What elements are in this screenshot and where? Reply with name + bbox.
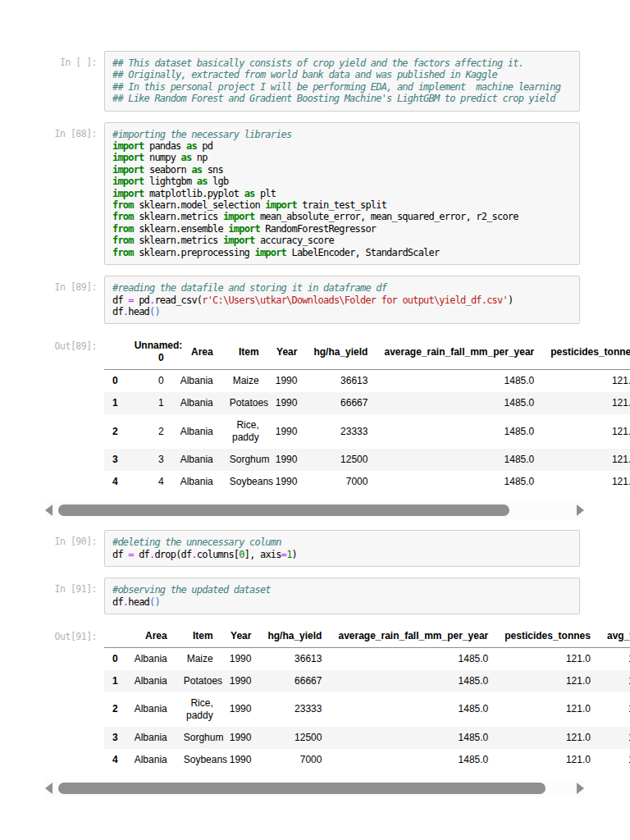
table-cell: Albania [172, 392, 221, 414]
code-token: as [244, 188, 255, 199]
code-token: import [112, 188, 144, 199]
code-token: import [254, 247, 286, 258]
code-token: as [191, 164, 202, 176]
scroll-thumb[interactable] [58, 504, 509, 516]
table-cell: 4 [126, 471, 172, 493]
code-input-area[interactable]: #observing the updated datasetdf.head() [104, 578, 580, 614]
scroll-right-arrow-icon[interactable] [577, 504, 584, 516]
dataframe-output: AreaItemYearhg/ha_yieldaverage_rain_fall… [104, 625, 630, 771]
code-token: () [149, 306, 160, 317]
code-cell: In [ ]:## This dataset basically consist… [45, 51, 630, 112]
code-token: as [197, 176, 208, 187]
dataframe-table: Unnamed: 0AreaItemYearhg/ha_yieldaverage… [104, 335, 630, 493]
code-token: numpy [144, 152, 181, 163]
code-token: ## Originally, extracted from world bank… [112, 69, 497, 80]
table-cell: 36613 [305, 370, 376, 393]
cell-prompt: In [91]: [45, 578, 104, 595]
column-header: hg/ha_yield [305, 335, 376, 370]
table-cell: 23333 [305, 414, 376, 449]
table-cell: 1990 [267, 370, 306, 393]
table-cell: Soybeans [221, 471, 267, 493]
table-cell: 2 [126, 414, 172, 449]
column-header: Unnamed: 0 [126, 335, 172, 370]
table-cell: 121.0 [496, 647, 599, 670]
code-line: df.head() [112, 306, 572, 317]
table-cell: 1990 [267, 392, 306, 414]
code-cell: In [91]:#observing the updated datasetdf… [45, 578, 630, 614]
code-line: #deleting the unnecessary column [112, 536, 572, 548]
table-row: 0AlbaniaMaize1990366131485.0121.016.37 [104, 647, 630, 670]
table-cell: 1990 [221, 647, 260, 670]
column-header: pesticides_tonnes [542, 335, 630, 370]
scroll-track[interactable] [58, 504, 571, 516]
scroll-right-arrow-icon[interactable] [577, 783, 584, 794]
output-cell: Out[89]:Unnamed: 0AreaItemYearhg/ha_yiel… [45, 335, 630, 493]
table-cell: 1990 [267, 414, 306, 449]
table-cell: 121.0 [496, 692, 599, 727]
code-token: df [112, 549, 128, 560]
table-cell: Albania [172, 471, 221, 493]
cell-prompt: In [89]: [45, 276, 104, 293]
table-cell: 1485.0 [376, 414, 542, 449]
code-token: from [112, 199, 134, 211]
column-header: hg/ha_yield [259, 625, 330, 648]
row-index: 1 [104, 670, 126, 692]
table-cell: Albania [126, 749, 176, 771]
scroll-left-arrow-icon[interactable] [45, 504, 52, 516]
code-input-area[interactable]: #deleting the unnecessary columndf = df.… [104, 530, 580, 567]
column-header [104, 335, 126, 370]
table-cell: Rice, paddy [221, 414, 267, 449]
scroll-track[interactable] [58, 783, 571, 794]
code-input-area[interactable]: ## This dataset basically consists of cr… [104, 51, 580, 112]
row-index: 2 [104, 414, 126, 449]
code-token: import [112, 152, 144, 163]
code-token: seaborn [144, 164, 192, 176]
table-cell: 121.0 [496, 749, 599, 771]
table-cell: Albania [172, 449, 221, 471]
table-cell: 66667 [259, 670, 330, 692]
table-cell: 16.37 [599, 647, 630, 670]
output-prompt: Out[89]: [45, 335, 104, 352]
table-cell: 1485.0 [330, 670, 496, 692]
code-line: import pandas as pd [112, 140, 572, 152]
table-cell: 121.0 [542, 392, 630, 414]
table-cell: 121.0 [542, 370, 630, 393]
table-cell: Potatoes [221, 392, 267, 414]
code-token: df [112, 306, 123, 317]
code-token: lightgbm [144, 176, 197, 187]
table-row: 44AlbaniaSoybeans199070001485.0121.0 [104, 471, 630, 493]
code-token: matplotlib.pyplot [144, 188, 244, 199]
table-row: 33AlbaniaSorghum1990125001485.0121.0 [104, 449, 630, 471]
cell-prompt: In [90]: [45, 530, 104, 547]
column-header: Year [267, 335, 306, 370]
table-row: 2AlbaniaRice, paddy1990233331485.0121.01… [104, 692, 630, 727]
code-token: ## This dataset basically consists of cr… [112, 57, 523, 69]
column-header: Area [126, 625, 176, 648]
code-token: sklearn.preprocessing [134, 247, 255, 258]
row-index: 2 [104, 692, 126, 727]
scroll-left-arrow-icon[interactable] [45, 783, 52, 794]
code-line: from sklearn.metrics import accuracy_sco… [112, 235, 572, 246]
code-token: ## Like Random Forest and Gradient Boost… [112, 93, 555, 104]
table-cell: 16.37 [599, 692, 630, 727]
code-line: df = pd.read_csv(r'C:\Users\utkar\Downlo… [112, 294, 572, 306]
row-index: 3 [104, 449, 126, 471]
code-token: df [112, 294, 128, 306]
code-token: train_test_split [297, 199, 386, 211]
code-token: mean_absolute_error, mean_squared_error,… [254, 211, 518, 222]
column-header: Item [176, 625, 221, 648]
code-token: df [134, 549, 149, 560]
table-cell: 1485.0 [376, 370, 542, 393]
code-input-area[interactable]: #reading the datafile and storing it in … [104, 276, 580, 324]
table-cell: Albania [172, 370, 221, 393]
code-token: #reading the datafile and storing it in … [112, 282, 386, 294]
table-row: 11AlbaniaPotatoes1990666671485.0121.0 [104, 392, 630, 414]
cell-prompt: In [88]: [45, 122, 104, 139]
cell-prompt: In [ ]: [45, 51, 104, 68]
code-token: plt [255, 188, 276, 199]
code-token: sklearn.model_selection [134, 199, 266, 211]
code-token: as [181, 152, 192, 163]
code-input-area[interactable]: #importing the necessary librariesimport… [104, 122, 580, 265]
column-header: Item [221, 335, 267, 370]
scroll-thumb[interactable] [58, 783, 546, 794]
